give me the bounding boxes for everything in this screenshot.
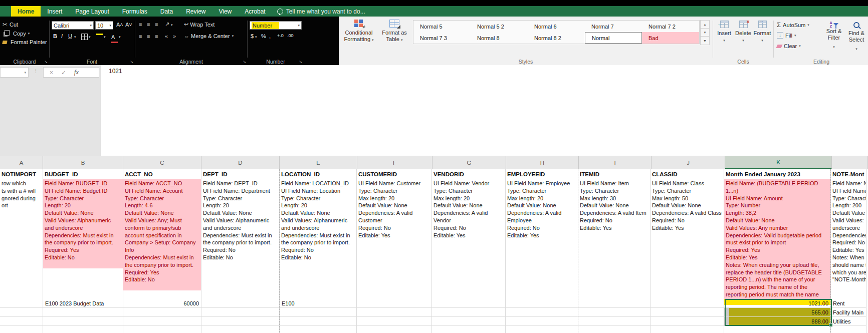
tab-insert[interactable]: Insert: [41, 6, 69, 17]
orientation-icon[interactable]: ↗: [165, 21, 169, 28]
field-header-cell[interactable]: DEPT_ID: [201, 169, 279, 179]
data-cell[interactable]: [357, 317, 431, 326]
data-cell[interactable]: [123, 317, 201, 326]
name-box[interactable]: ▾: [0, 67, 29, 78]
cut-button[interactable]: ✂ Cut: [3, 21, 18, 28]
field-header-cell[interactable]: NOTE-Mont: [831, 169, 866, 179]
data-cell[interactable]: [650, 308, 724, 317]
data-cell[interactable]: [432, 326, 505, 333]
data-cell[interactable]: [578, 326, 650, 333]
data-cell[interactable]: [506, 308, 578, 317]
style-normal-8-2[interactable]: Normal 8 2: [528, 32, 585, 44]
field-description-cell[interactable]: UI Field Name: ClassType: CharacterMax l…: [650, 179, 724, 299]
data-cell[interactable]: [201, 299, 279, 308]
field-header-cell[interactable]: CLASSID: [650, 169, 724, 179]
data-cell[interactable]: [432, 299, 505, 308]
data-cell[interactable]: [432, 317, 505, 326]
font-color-dropdown[interactable]: ▾: [119, 35, 121, 39]
italic-button[interactable]: I: [61, 33, 63, 39]
tab-acrobat[interactable]: Acrobat: [238, 6, 272, 17]
data-cell[interactable]: [578, 317, 650, 326]
style-bad[interactable]: Bad: [642, 32, 699, 44]
style-normal-5[interactable]: Normal 5: [413, 21, 471, 32]
column-header-E[interactable]: E: [280, 156, 357, 169]
column-header-G[interactable]: G: [432, 156, 506, 169]
font-dialog-launcher[interactable]: ↘: [130, 60, 133, 64]
fill-color-dropdown[interactable]: ▾: [104, 35, 106, 39]
data-cell[interactable]: [201, 326, 279, 333]
font-size-combo[interactable]: 10▾: [95, 21, 113, 30]
data-cell[interactable]: Utilities: [831, 317, 866, 326]
comma-style-button[interactable]: ,: [269, 33, 271, 39]
field-description-cell[interactable]: Field Name: (BUDGETABLE PERIOD 1...n)UI …: [724, 179, 830, 299]
data-cell[interactable]: [650, 317, 724, 326]
field-header-cell[interactable]: Month Ended January 2023: [724, 169, 830, 179]
delete-cells-button[interactable]: × Delete▾: [734, 21, 752, 44]
autosum-button[interactable]: Σ AutoSum▾: [777, 21, 809, 29]
borders-icon[interactable]: [81, 34, 88, 40]
column-header-J[interactable]: J: [652, 156, 725, 169]
fill-button[interactable]: ↓ Fill▾: [777, 32, 796, 39]
conditional-formatting-button[interactable]: Conditional Formatting ▾: [342, 20, 376, 43]
copy-button[interactable]: Copy▾: [3, 30, 30, 37]
data-cell[interactable]: [357, 299, 431, 308]
column-header-D[interactable]: D: [201, 156, 280, 169]
insert-cells-button[interactable]: ← Insert▾: [715, 21, 733, 44]
data-cell[interactable]: E100 2023 Budget Data: [43, 299, 123, 308]
center-align-icon[interactable]: ≡: [147, 33, 149, 39]
increase-decimal-button[interactable]: +.0: [277, 33, 284, 38]
tab-formulas[interactable]: Formulas: [116, 6, 154, 17]
underline-dropdown[interactable]: ▾: [74, 35, 76, 39]
tab-page-layout[interactable]: Page Layout: [69, 6, 115, 17]
data-cell[interactable]: [201, 317, 279, 326]
tab-view[interactable]: View: [212, 6, 238, 17]
data-cell[interactable]: [506, 326, 578, 333]
tab-review[interactable]: Review: [179, 6, 212, 17]
data-cell[interactable]: [43, 308, 123, 317]
field-description-cell[interactable]: UI Field Name: ItemType: CharacterMax le…: [578, 179, 650, 299]
data-cell[interactable]: [43, 317, 123, 326]
data-cell[interactable]: [724, 326, 830, 333]
data-cell[interactable]: [0, 299, 43, 308]
data-cell[interactable]: [578, 299, 650, 308]
format-painter-button[interactable]: Format Painter: [3, 39, 47, 45]
clear-button[interactable]: Clear▾: [777, 43, 801, 49]
field-description-cell[interactable]: Field Name: LOCATION_IDUI Field Name: Lo…: [280, 179, 356, 299]
field-header-cell[interactable]: EMPLOYEEID: [506, 169, 578, 179]
data-cell[interactable]: [506, 299, 578, 308]
data-cell[interactable]: [0, 317, 43, 326]
accounting-dropdown[interactable]: ▾: [255, 35, 257, 39]
field-header-cell[interactable]: NOTIMPORT: [0, 169, 43, 179]
format-cells-button[interactable]: ↔ Format▾: [753, 21, 771, 44]
tab-home[interactable]: Home: [11, 6, 41, 17]
cancel-icon[interactable]: ×: [50, 69, 53, 76]
borders-dropdown[interactable]: ▾: [89, 35, 91, 39]
data-cell[interactable]: [0, 308, 43, 317]
underline-button[interactable]: U: [68, 33, 72, 39]
column-header-offscreen[interactable]: [832, 156, 868, 169]
accounting-format-button[interactable]: $: [251, 33, 254, 39]
format-as-table-button[interactable]: Format as Table ▾: [378, 20, 411, 43]
data-cell[interactable]: [43, 326, 123, 333]
field-description-cell[interactable]: Field Name: ACCT_NOUI Field Name: Accoun…: [123, 179, 201, 299]
right-align-icon[interactable]: ≡: [155, 33, 157, 39]
number-dialog-launcher[interactable]: ↘: [299, 60, 302, 64]
percent-style-button[interactable]: %: [261, 33, 266, 39]
number-format-combo[interactable]: Number ▾: [250, 21, 302, 30]
merge-center-button[interactable]: ⇔ Merge & Center▾: [184, 33, 234, 39]
style-normal-7-2[interactable]: Normal 7 2: [642, 21, 699, 32]
data-cell[interactable]: [201, 308, 279, 317]
data-cell[interactable]: [280, 317, 356, 326]
style-normal-5-2[interactable]: Normal 5 2: [471, 21, 528, 32]
style-normal-7[interactable]: Normal 7: [585, 21, 642, 32]
field-header-cell[interactable]: CUSTOMERID: [357, 169, 431, 179]
style-normal-6[interactable]: Normal 6: [528, 21, 585, 32]
column-header-A[interactable]: A: [0, 156, 43, 169]
top-align-icon[interactable]: ≡: [139, 21, 141, 27]
data-cell[interactable]: [650, 299, 724, 308]
data-cell[interactable]: [123, 326, 201, 333]
clipboard-dialog-launcher[interactable]: ↘: [44, 60, 48, 64]
formula-bar-splitter[interactable]: ⁞: [35, 69, 37, 74]
data-cell[interactable]: [650, 326, 724, 333]
field-header-cell[interactable]: VENDORID: [432, 169, 505, 179]
